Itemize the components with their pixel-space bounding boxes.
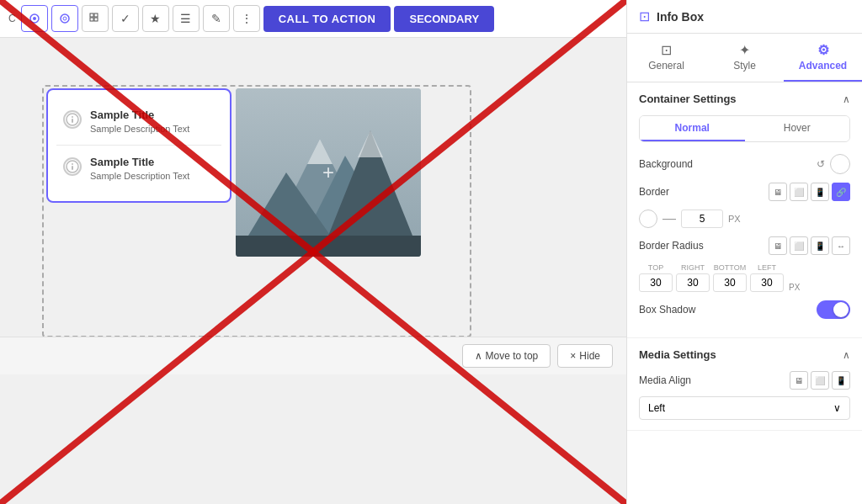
border-radius-label: Border Radius (639, 240, 704, 252)
border-icon-link[interactable]: 🔗 (832, 183, 850, 201)
hide-button[interactable]: × Hide (557, 344, 613, 368)
svg-point-1 (33, 17, 36, 20)
canvas-content: Sample Title Sample Description Text Sam… (0, 38, 626, 425)
state-tab-hover[interactable]: Hover (745, 116, 850, 141)
info-box-group: Sample Title Sample Description Text Sam… (46, 88, 231, 203)
info-title-2: Sample Title (90, 156, 189, 168)
panel-tabs: ⊡ General ✦ Style ⚙ Advanced (627, 34, 862, 82)
radius-right-input[interactable] (676, 273, 710, 292)
border-value-input[interactable] (681, 210, 723, 228)
box-shadow-toggle[interactable] (817, 300, 850, 319)
radius-left-input[interactable] (750, 273, 784, 292)
plus-icon[interactable]: + (322, 161, 334, 184)
tab-style[interactable]: ✦ Style (705, 34, 784, 82)
radius-icon-tablet[interactable]: ⬜ (790, 236, 808, 255)
radius-bottom-group: BOTTOM (713, 263, 747, 292)
info-box-icon: ⊡ (639, 8, 650, 24)
info-box-item-2: Sample Title Sample Description Text (56, 146, 221, 192)
border-color-picker[interactable] (639, 210, 657, 228)
panel-title: Info Box (657, 10, 704, 24)
info-text-2: Sample Title Sample Description Text (90, 156, 189, 182)
border-label-row: Border 🖥 ⬜ 📱 🔗 (639, 183, 850, 201)
border-icons: 🖥 ⬜ 📱 🔗 (769, 183, 850, 201)
toolbar-btn-check[interactable]: ✓ (112, 5, 139, 32)
radius-top-label: TOP (648, 263, 663, 272)
background-label: Background (639, 158, 693, 170)
border-input-row: — PX (639, 210, 850, 228)
svg-point-12 (72, 163, 73, 165)
radius-top-group: TOP (639, 263, 673, 292)
info-icon-1 (63, 110, 82, 129)
radius-bottom-input[interactable] (713, 273, 747, 292)
border-label: Border (639, 186, 669, 198)
tab-general[interactable]: ⊡ General (627, 34, 705, 82)
media-align-value: Left (648, 402, 665, 414)
svg-rect-6 (90, 18, 93, 21)
radius-icon-monitor[interactable]: 🖥 (769, 236, 787, 255)
border-icon-tablet[interactable]: ⬜ (790, 183, 808, 201)
svg-point-3 (63, 17, 67, 20)
container-settings-header[interactable]: Container Settings ∧ (639, 93, 850, 105)
toolbar-btn-star[interactable]: ★ (142, 5, 169, 32)
toolbar-btn-list[interactable]: ☰ (173, 5, 200, 32)
info-desc-1: Sample Description Text (90, 123, 189, 135)
advanced-icon: ⚙ (792, 42, 854, 58)
svg-rect-10 (72, 119, 73, 123)
media-settings-section: Media Settings ∧ Media Align 🖥 ⬜ 📱 Left … (627, 338, 862, 431)
media-icon-tablet[interactable]: ⬜ (811, 371, 829, 390)
border-dash: — (662, 211, 676, 226)
toolbar-label: C (8, 13, 16, 24)
toolbar-btn-edit[interactable]: ✎ (203, 5, 230, 32)
radius-icon-link[interactable]: ↔ (832, 236, 850, 255)
toolbar-btn-more[interactable]: ⋮ (233, 5, 260, 32)
toolbar-btn-grid[interactable] (82, 5, 109, 32)
box-shadow-label: Box Shadow (639, 304, 695, 316)
info-title-1: Sample Title (90, 109, 189, 121)
secondary-button[interactable]: SECONDARY (394, 6, 494, 32)
canvas-area: C ✓ ★ ☰ ✎ ⋮ CALL TO ACTION SECONDARY (0, 0, 626, 504)
info-icon-2 (63, 157, 82, 176)
panel-header: ⊡ Info Box (627, 0, 862, 34)
container-chevron: ∧ (843, 93, 850, 105)
toolbar-btn-layout[interactable] (51, 5, 78, 32)
border-radius-icons: 🖥 ⬜ 📱 ↔ (769, 236, 850, 255)
move-to-top-button[interactable]: ∧ Move to top (462, 344, 551, 368)
radius-top-input[interactable] (639, 273, 673, 292)
info-box-item-1: Sample Title Sample Description Text (56, 98, 221, 146)
media-align-select[interactable]: Left ∨ (639, 396, 850, 420)
info-text-1: Sample Title Sample Description Text (90, 109, 189, 135)
info-box-group-container: Sample Title Sample Description Text Sam… (46, 88, 231, 203)
media-icon-monitor[interactable]: 🖥 (790, 371, 808, 390)
border-icon-mobile[interactable]: 📱 (811, 183, 829, 201)
border-radius-label-row: Border Radius 🖥 ⬜ 📱 ↔ (639, 236, 850, 255)
svg-rect-21 (236, 236, 421, 257)
radius-icon-mobile[interactable]: 📱 (811, 236, 829, 255)
svg-point-2 (61, 14, 69, 23)
media-align-label: Media Align (639, 374, 691, 386)
media-icon-mobile[interactable]: 📱 (832, 371, 850, 390)
cta-button[interactable]: CALL TO ACTION (263, 6, 391, 32)
state-tab-normal[interactable]: Normal (640, 116, 745, 141)
style-icon: ✦ (714, 42, 775, 58)
container-settings-title: Container Settings (639, 93, 737, 105)
right-panel: ⊡ Info Box ⊡ General ✦ Style ⚙ Advanced … (626, 0, 862, 504)
move-to-top-arrow: ∧ (475, 350, 482, 362)
toolbar-btn-target[interactable] (21, 5, 48, 32)
tab-advanced[interactable]: ⚙ Advanced (784, 34, 862, 82)
svg-rect-5 (94, 13, 98, 17)
background-controls: ↺ (817, 154, 850, 174)
state-tabs: Normal Hover (639, 115, 850, 142)
top-toolbar: C ✓ ★ ☰ ✎ ⋮ CALL TO ACTION SECONDARY (0, 0, 626, 38)
media-chevron: ∧ (843, 349, 850, 361)
box-shadow-row: Box Shadow (639, 300, 850, 319)
svg-rect-4 (90, 13, 93, 17)
container-settings-section: Container Settings ∧ Normal Hover Backgr… (627, 82, 862, 338)
background-color-picker[interactable] (830, 154, 850, 174)
refresh-icon[interactable]: ↺ (817, 158, 825, 170)
radius-unit: PX (789, 283, 800, 292)
svg-point-9 (72, 116, 73, 118)
hide-x: × (570, 350, 576, 362)
border-icon-monitor[interactable]: 🖥 (769, 183, 787, 201)
media-settings-header[interactable]: Media Settings ∧ (639, 348, 850, 361)
media-align-icons: 🖥 ⬜ 📱 (790, 371, 850, 390)
